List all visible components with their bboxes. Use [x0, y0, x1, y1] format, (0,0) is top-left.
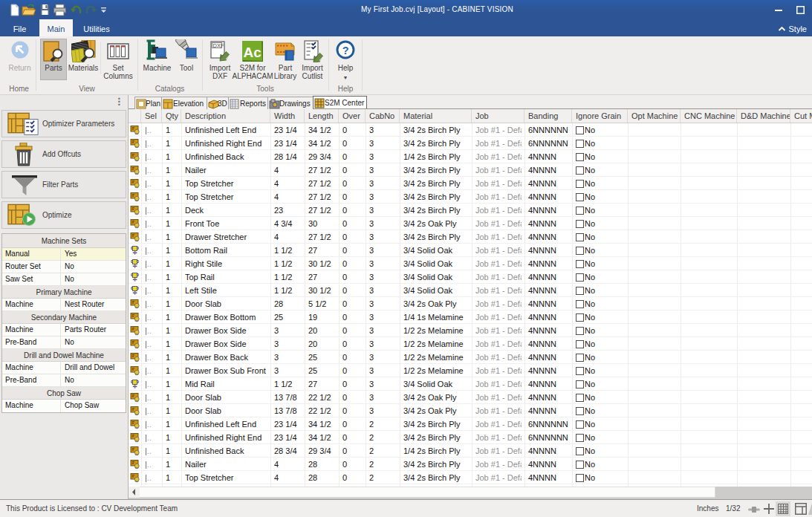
- svg-text:Ac: Ac: [244, 45, 262, 60]
- svg-text:?: ?: [342, 45, 349, 56]
- svg-text:DXF: DXF: [213, 42, 224, 49]
